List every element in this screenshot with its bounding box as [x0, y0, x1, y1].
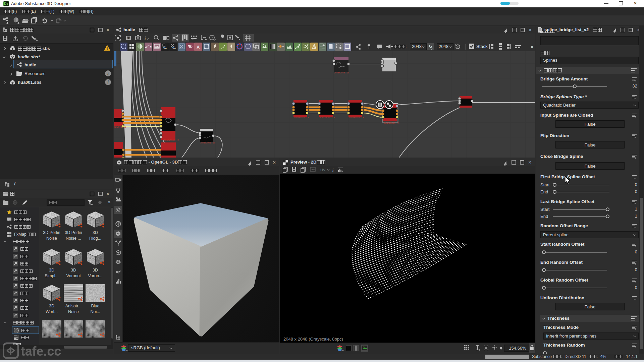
svg-text:UV: UV — [320, 168, 326, 172]
svg-text:2048x2048 - L8: 2048x2048 - L8 — [294, 116, 309, 119]
svg-text:1:1: 1:1 — [127, 37, 130, 40]
svg-text:tafe.cc: tafe.cc — [21, 344, 61, 358]
svg-text:2048x2048 - L8: 2048x2048 - L8 — [320, 116, 335, 119]
svg-text:2048x2048 - L8: 2048x2048 - L8 — [200, 141, 216, 144]
svg-text:A: A — [197, 45, 200, 50]
svg-text:i: i — [332, 168, 334, 173]
svg-text:2048x2048 - L8: 2048x2048 - L8 — [114, 126, 126, 128]
svg-text:2048x2048 - L8: 2048x2048 - L8 — [164, 139, 179, 141]
svg-text:2048x2048 - L8: 2048x2048 - L8 — [349, 116, 364, 119]
svg-text:i: i — [145, 36, 146, 41]
svg-text:2048x2048 - L8: 2048x2048 - L8 — [334, 71, 350, 74]
svg-text:2048x2048 - L8: 2048x2048 - L8 — [384, 122, 399, 124]
